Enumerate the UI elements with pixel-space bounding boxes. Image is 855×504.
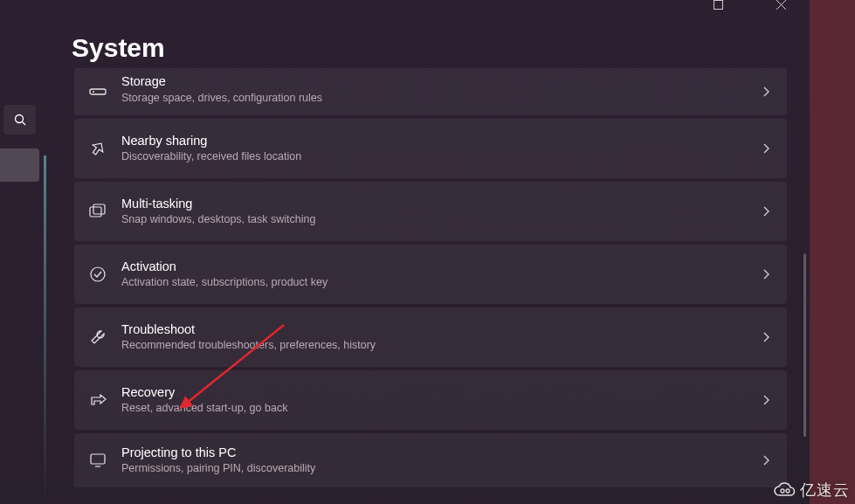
scrollbar[interactable] (803, 253, 806, 437)
svg-point-4 (93, 91, 94, 93)
item-desc: Activation state, subscriptions, product… (121, 275, 757, 290)
titlebar (0, 0, 810, 7)
item-recovery[interactable]: Recovery Reset, advanced start-up, go ba… (74, 370, 787, 430)
item-desc: Snap windows, desktops, task switching (121, 212, 757, 227)
chevron-right-icon (757, 206, 775, 217)
watermark-text: 亿速云 (800, 480, 850, 501)
settings-list: Storage Storage space, drives, configura… (74, 68, 787, 487)
recovery-icon (86, 392, 109, 408)
page-title: System (72, 33, 165, 63)
item-activation[interactable]: Activation Activation state, subscriptio… (74, 245, 787, 304)
item-desc: Recommended troubleshooters, preferences… (121, 338, 757, 353)
svg-rect-0 (714, 1, 722, 10)
close-button[interactable] (761, 0, 801, 28)
watermark: 亿速云 (772, 480, 850, 501)
item-title: Nearby sharing (121, 133, 757, 150)
search-icon (14, 114, 26, 126)
chevron-right-icon (757, 455, 775, 466)
search-button[interactable] (3, 105, 36, 135)
chevron-right-icon (757, 86, 775, 97)
svg-rect-8 (91, 454, 105, 464)
multitask-icon (86, 204, 109, 219)
nav-accent (44, 155, 46, 504)
chevron-right-icon (757, 395, 775, 405)
item-title: Multi-tasking (121, 196, 757, 213)
item-title: Troubleshoot (121, 321, 757, 339)
sidebar (0, 105, 39, 182)
svg-rect-3 (90, 89, 106, 94)
item-storage[interactable]: Storage Storage space, drives, configura… (74, 68, 787, 115)
item-desc: Storage space, drives, configuration rul… (121, 91, 757, 106)
svg-line-2 (22, 122, 25, 126)
svg-point-11 (781, 489, 784, 493)
share-icon (86, 140, 109, 157)
svg-point-7 (91, 267, 105, 281)
item-nearby-sharing[interactable]: Nearby sharing Discoverability, received… (74, 119, 787, 178)
item-troubleshoot[interactable]: Troubleshoot Recommended troubleshooters… (74, 307, 787, 367)
project-icon (86, 452, 109, 468)
item-multitasking[interactable]: Multi-tasking Snap windows, desktops, ta… (74, 182, 787, 241)
storage-icon (86, 86, 109, 97)
tools-icon (86, 328, 109, 346)
svg-point-12 (786, 489, 789, 493)
check-circle-icon (86, 266, 109, 283)
item-desc: Reset, advanced start-up, go back (121, 401, 757, 416)
sidebar-active-item[interactable] (0, 148, 39, 182)
svg-rect-6 (93, 204, 105, 214)
item-desc: Discoverability, received files location (121, 149, 757, 164)
chevron-right-icon (757, 332, 775, 342)
item-title: Storage (121, 73, 757, 91)
svg-rect-5 (90, 207, 101, 217)
maximize-button[interactable] (698, 0, 738, 28)
chevron-right-icon (757, 143, 775, 154)
cloud-icon (772, 481, 796, 499)
item-desc: Permissions, pairing PIN, discoverabilit… (121, 461, 757, 476)
settings-window: System Storage Storage space, drives, co… (0, 0, 810, 504)
svg-point-1 (15, 115, 23, 123)
item-title: Projecting to this PC (121, 445, 757, 462)
item-title: Activation (121, 259, 757, 276)
chevron-right-icon (757, 269, 775, 280)
item-projecting[interactable]: Projecting to this PC Permissions, pairi… (74, 433, 787, 487)
item-title: Recovery (121, 384, 757, 402)
